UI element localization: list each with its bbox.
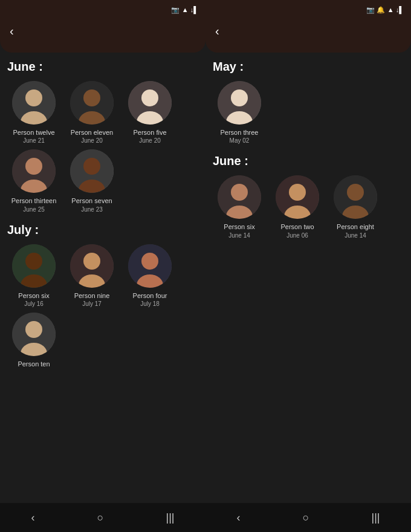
person-item[interactable]: Person nineJuly 17 xyxy=(65,244,118,308)
status-icons-1: 📷 ▲ ↓▌ xyxy=(171,6,198,14)
svg-point-4 xyxy=(83,89,100,106)
avatar xyxy=(70,81,114,125)
person-name: Person twelve xyxy=(13,128,54,137)
svg-point-13 xyxy=(83,158,100,175)
header-1: ‹ xyxy=(0,19,206,53)
avatar xyxy=(12,313,56,356)
avatar xyxy=(70,244,114,288)
person-item[interactable]: Person sixJune 14 xyxy=(213,175,266,239)
person-date: July 16 xyxy=(24,300,44,308)
nav-recent-2[interactable]: ||| xyxy=(371,511,380,524)
avatar xyxy=(128,81,172,125)
avatar xyxy=(128,244,172,288)
back-button-2[interactable]: ‹ xyxy=(215,24,401,38)
screen-celebrated: 📷 🔔 ▲ ↓▌ ‹ May : Person threeMay 02June … xyxy=(206,0,411,532)
person-name: Person three xyxy=(221,128,259,137)
svg-point-31 xyxy=(231,184,248,201)
person-date: June 06 xyxy=(286,232,308,239)
person-date: June 21 xyxy=(23,137,45,144)
nav-back-1[interactable]: ‹ xyxy=(31,511,35,524)
month-label: July : xyxy=(5,223,201,237)
avatar xyxy=(218,81,261,125)
month-section: May : Person threeMay 02 xyxy=(210,60,406,144)
nav-home-1[interactable]: ○ xyxy=(97,511,104,524)
nav-bar-2: ‹ ○ ||| xyxy=(206,503,411,532)
month-section: July : Person sixJuly 16 Person nineJuly… xyxy=(5,223,201,369)
person-item[interactable]: Person threeMay 02 xyxy=(213,81,266,144)
person-item[interactable]: Person elevenJune 20 xyxy=(65,81,118,144)
svg-point-28 xyxy=(231,89,248,106)
month-label: May : xyxy=(210,60,406,74)
person-date: June 14 xyxy=(345,232,366,239)
svg-point-10 xyxy=(25,158,42,175)
nav-recent-1[interactable]: ||| xyxy=(166,511,174,524)
person-item[interactable]: Person twelveJune 21 xyxy=(7,81,60,144)
person-date: June 25 xyxy=(23,206,45,213)
svg-point-37 xyxy=(347,184,364,201)
person-name: Person seven xyxy=(71,196,112,205)
person-item[interactable]: Person sevenJune 23 xyxy=(65,149,118,213)
svg-point-19 xyxy=(83,253,100,270)
screen-upcoming: 📷 ▲ ↓▌ ‹ June : Person twelveJune 21 Per… xyxy=(0,0,206,532)
person-item[interactable]: Person ten xyxy=(7,313,60,368)
status-icons-2: 📷 🔔 ▲ ↓▌ xyxy=(366,6,404,14)
month-label: June : xyxy=(210,154,406,168)
avatar xyxy=(12,81,56,125)
person-date: May 02 xyxy=(230,137,250,144)
svg-point-16 xyxy=(25,253,42,270)
nav-back-2[interactable]: ‹ xyxy=(237,511,241,524)
svg-point-1 xyxy=(25,89,42,106)
person-item[interactable]: Person twoJune 06 xyxy=(271,175,324,239)
content-2: May : Person threeMay 02June : Person si… xyxy=(206,53,411,503)
header-2: ‹ xyxy=(206,19,411,53)
nav-bar-1: ‹ ○ ||| xyxy=(0,503,206,532)
month-label: June : xyxy=(5,60,201,74)
svg-point-25 xyxy=(25,321,42,338)
persons-grid: Person threeMay 02 xyxy=(210,81,406,144)
person-item[interactable]: Person eightJune 14 xyxy=(329,175,382,239)
nav-home-2[interactable]: ○ xyxy=(303,511,309,524)
person-name: Person eleven xyxy=(71,128,113,137)
status-bar-2: 📷 🔔 ▲ ↓▌ xyxy=(206,0,411,19)
person-name: Person thirteen xyxy=(11,196,57,205)
persons-grid: Person twelveJune 21 Person elevenJune 2… xyxy=(5,81,201,213)
avatar xyxy=(334,175,377,219)
person-date: July 17 xyxy=(82,300,102,308)
month-section: June : Person twelveJune 21 Person eleve… xyxy=(5,60,201,213)
avatar xyxy=(276,175,319,219)
person-name: Person four xyxy=(133,291,167,300)
svg-point-7 xyxy=(141,89,158,106)
person-date: June 20 xyxy=(81,137,103,144)
persons-grid: Person sixJuly 16 Person nineJuly 17 Per… xyxy=(5,244,201,369)
person-name: Person ten xyxy=(18,360,50,368)
person-name: Person five xyxy=(133,128,166,137)
avatar xyxy=(12,149,56,193)
month-section: June : Person sixJune 14 Person twoJune … xyxy=(210,154,406,239)
svg-point-22 xyxy=(141,253,158,270)
avatar xyxy=(12,244,56,288)
status-bar-1: 📷 ▲ ↓▌ xyxy=(0,0,206,19)
avatar xyxy=(70,149,114,193)
person-name: Person two xyxy=(280,222,314,231)
person-name: Person eight xyxy=(337,222,374,231)
person-item[interactable]: Person fourJuly 18 xyxy=(123,244,176,308)
person-date: June 20 xyxy=(139,137,161,144)
person-date: June 14 xyxy=(228,232,250,239)
person-item[interactable]: Person thirteenJune 25 xyxy=(7,149,60,213)
back-button-1[interactable]: ‹ xyxy=(10,24,196,38)
person-date: June 23 xyxy=(81,206,103,213)
person-date: July 18 xyxy=(140,300,160,308)
avatar xyxy=(218,175,261,219)
content-1: June : Person twelveJune 21 Person eleve… xyxy=(0,53,206,503)
person-name: Person six xyxy=(18,291,49,300)
person-name: Person six xyxy=(224,222,254,231)
person-item[interactable]: Person sixJuly 16 xyxy=(7,244,60,308)
person-name: Person nine xyxy=(74,291,110,300)
person-item[interactable]: Person fiveJune 20 xyxy=(123,81,176,144)
persons-grid: Person sixJune 14 Person twoJune 06 Pers… xyxy=(210,175,406,239)
svg-point-34 xyxy=(289,184,306,201)
